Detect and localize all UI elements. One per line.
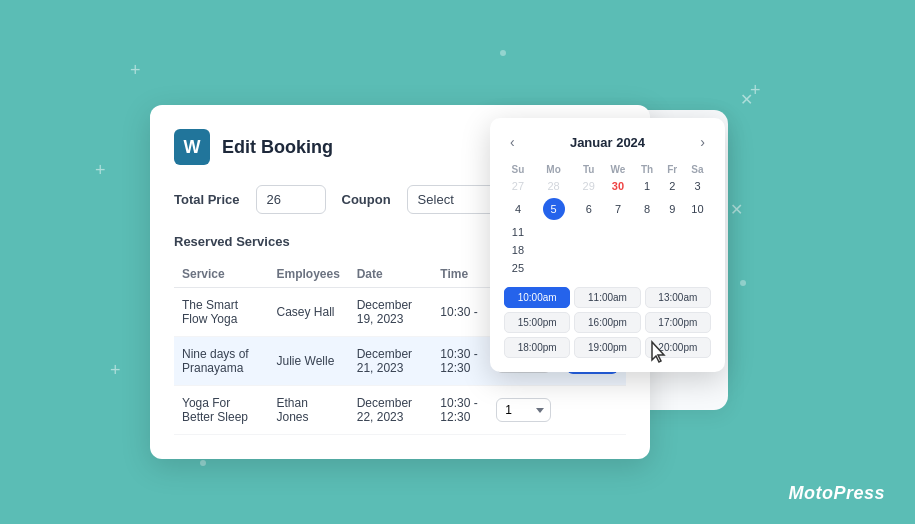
day-header-fr: Fr [661, 162, 684, 177]
calendar-week-1: 27 28 29 30 1 2 3 [504, 177, 711, 195]
col-service: Service [174, 261, 269, 288]
cal-day [634, 259, 661, 277]
cal-day[interactable]: 28 [532, 177, 575, 195]
highlighted-date: 30 [612, 180, 624, 192]
col-employees: Employees [269, 261, 349, 288]
calendar-week-4: 18 [504, 241, 711, 259]
prev-month-button[interactable]: ‹ [504, 132, 521, 152]
time-slot-5[interactable]: 16:00pm [574, 312, 640, 333]
cal-day[interactable]: 29 [575, 177, 602, 195]
motopress-brand: MotoPress [788, 483, 885, 504]
service-name-2: Nine days of Pranayama [174, 337, 269, 386]
cal-day [575, 223, 602, 241]
cal-day[interactable]: 25 [504, 259, 532, 277]
deco-x-2: ✕ [730, 200, 743, 219]
time-slot-7[interactable]: 18:00pm [504, 337, 570, 358]
time-slot-2[interactable]: 11:00am [574, 287, 640, 308]
next-month-button[interactable]: › [694, 132, 711, 152]
cal-day[interactable]: 18 [504, 241, 532, 259]
deco-plus-1: + [130, 60, 141, 81]
day-header-mo: Mo [532, 162, 575, 177]
time-slot-6[interactable]: 17:00pm [645, 312, 711, 333]
cal-day[interactable]: 10 [684, 195, 711, 223]
cal-day[interactable]: 8 [634, 195, 661, 223]
col-time: Time [432, 261, 488, 288]
cal-day[interactable]: 9 [661, 195, 684, 223]
qty-select-3[interactable]: 1 [496, 398, 551, 422]
cal-day [684, 241, 711, 259]
calendar-nav: ‹ Januar 2024 › [504, 132, 711, 152]
cal-day [661, 223, 684, 241]
cal-day [602, 223, 633, 241]
deco-dot-3 [200, 460, 206, 466]
calendar-week-2: 4 5 6 7 8 9 10 [504, 195, 711, 223]
day-header-tu: Tu [575, 162, 602, 177]
time-slot-1[interactable]: 10:00am [504, 287, 570, 308]
service-name-1: The Smart Flow Yoga [174, 288, 269, 337]
cal-day [575, 241, 602, 259]
cal-day [602, 241, 633, 259]
col-date: Date [349, 261, 433, 288]
deco-plus-2: + [95, 160, 106, 181]
time-2: 10:30 - 12:30 [432, 337, 488, 386]
time-slot-9[interactable]: 20:00pm [645, 337, 711, 358]
employee-3: Ethan Jones [269, 386, 349, 435]
day-header-sa: Sa [684, 162, 711, 177]
cal-day [532, 259, 575, 277]
cal-day [661, 259, 684, 277]
day-header-su: Su [504, 162, 532, 177]
total-price-label: Total Price [174, 192, 240, 207]
date-1: December 19, 2023 [349, 288, 433, 337]
total-price-input[interactable] [256, 185, 326, 214]
deco-x-1: ✕ [740, 90, 753, 109]
service-name-3: Yoga For Better Sleep [174, 386, 269, 435]
calendar-grid: Su Mo Tu We Th Fr Sa 27 28 29 30 1 2 3 4… [504, 162, 711, 277]
calendar-month: Januar 2024 [570, 135, 645, 150]
deco-plus-5: + [750, 80, 761, 101]
deco-plus-3: + [110, 360, 121, 381]
cal-day[interactable]: 3 [684, 177, 711, 195]
action-3 [559, 386, 626, 435]
time-slots-grid: 10:00am 11:00am 13:00am 15:00pm 16:00pm … [504, 287, 711, 358]
time-1: 10:30 - [432, 288, 488, 337]
calendar-popup: ‹ Januar 2024 › Su Mo Tu We Th Fr Sa 27 … [490, 118, 725, 372]
cal-day[interactable]: 27 [504, 177, 532, 195]
cal-day [634, 223, 661, 241]
cal-day [532, 241, 575, 259]
cal-day [684, 223, 711, 241]
cal-day[interactable]: 2 [661, 177, 684, 195]
date-3: December 22, 2023 [349, 386, 433, 435]
employee-2: Julie Welle [269, 337, 349, 386]
cal-day [575, 259, 602, 277]
today-date: 5 [543, 198, 565, 220]
wp-logo: W [174, 129, 210, 165]
qty-3: 1 [488, 386, 559, 435]
cal-day[interactable]: 7 [602, 195, 633, 223]
employee-1: Casey Hall [269, 288, 349, 337]
day-header-we: We [602, 162, 633, 177]
cal-day [602, 259, 633, 277]
time-slot-8[interactable]: 19:00pm [574, 337, 640, 358]
calendar-week-5: 25 [504, 259, 711, 277]
time-slot-4[interactable]: 15:00pm [504, 312, 570, 333]
deco-dot-2 [740, 280, 746, 286]
cal-day [661, 241, 684, 259]
time-slot-3[interactable]: 13:00am [645, 287, 711, 308]
day-header-th: Th [634, 162, 661, 177]
cal-day [684, 259, 711, 277]
card-title: Edit Booking [222, 137, 333, 158]
cal-day[interactable]: 4 [504, 195, 532, 223]
coupon-label: Coupon [342, 192, 391, 207]
deco-dot-1 [500, 50, 506, 56]
time-3: 10:30 - 12:30 [432, 386, 488, 435]
cal-day [532, 223, 575, 241]
table-row: Yoga For Better Sleep Ethan Jones Decemb… [174, 386, 626, 435]
date-2: December 21, 2023 [349, 337, 433, 386]
cal-day[interactable]: 30 [602, 177, 633, 195]
cal-day[interactable]: 1 [634, 177, 661, 195]
cal-day[interactable]: 5 [532, 195, 575, 223]
cal-day[interactable]: 11 [504, 223, 532, 241]
cal-day[interactable]: 6 [575, 195, 602, 223]
cal-day [634, 241, 661, 259]
calendar-week-3: 11 [504, 223, 711, 241]
